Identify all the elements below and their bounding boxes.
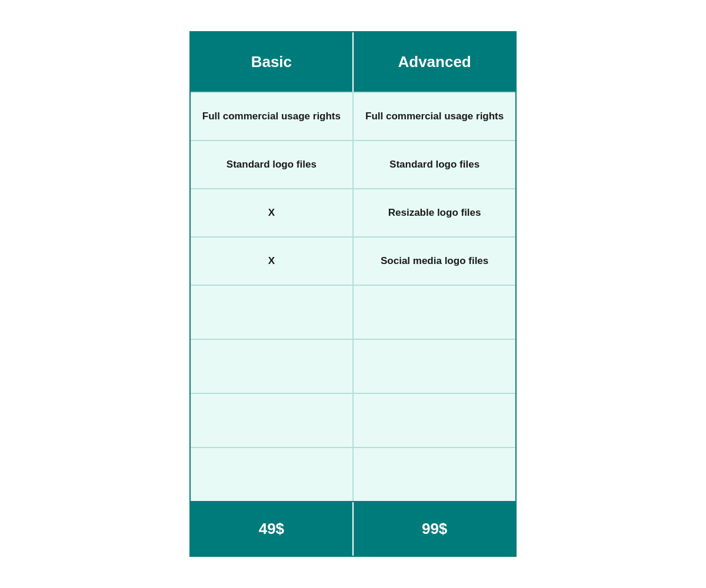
basic-empty-3 [191, 394, 354, 447]
table-row: X Social media logo files [191, 236, 516, 285]
column-header-advanced: Advanced [354, 32, 515, 92]
advanced-empty-4 [354, 448, 515, 501]
table-row: X Resizable logo files [191, 188, 516, 236]
table-row [191, 393, 516, 447]
advanced-empty-2 [354, 340, 515, 393]
advanced-standard-logo: Standard logo files [354, 141, 515, 188]
basic-commercial-rights: Full commercial usage rights [191, 93, 354, 140]
basic-standard-logo: Standard logo files [191, 141, 354, 188]
table-row: Full commercial usage rights Full commer… [191, 92, 516, 140]
advanced-empty-3 [354, 394, 515, 447]
comparison-table: Basic Advanced Full commercial usage rig… [189, 31, 517, 557]
basic-empty-1 [191, 286, 354, 339]
advanced-price: 99$ [354, 502, 515, 556]
basic-price: 49$ [191, 502, 354, 556]
basic-social: X [191, 238, 354, 285]
advanced-resizable: Resizable logo files [354, 189, 515, 236]
basic-empty-2 [191, 340, 354, 393]
pricing-row: 49$ 99$ [191, 501, 516, 556]
table-row [191, 339, 516, 393]
advanced-empty-1 [354, 286, 515, 339]
table-header-row: Basic Advanced [191, 32, 516, 92]
table-row: Standard logo files Standard logo files [191, 140, 516, 188]
table-row [191, 285, 516, 339]
basic-empty-4 [191, 448, 354, 501]
column-header-basic: Basic [191, 32, 354, 92]
advanced-commercial-rights: Full commercial usage rights [354, 93, 515, 140]
basic-resizable: X [191, 189, 354, 236]
table-row [191, 447, 516, 501]
advanced-social: Social media logo files [354, 238, 515, 285]
